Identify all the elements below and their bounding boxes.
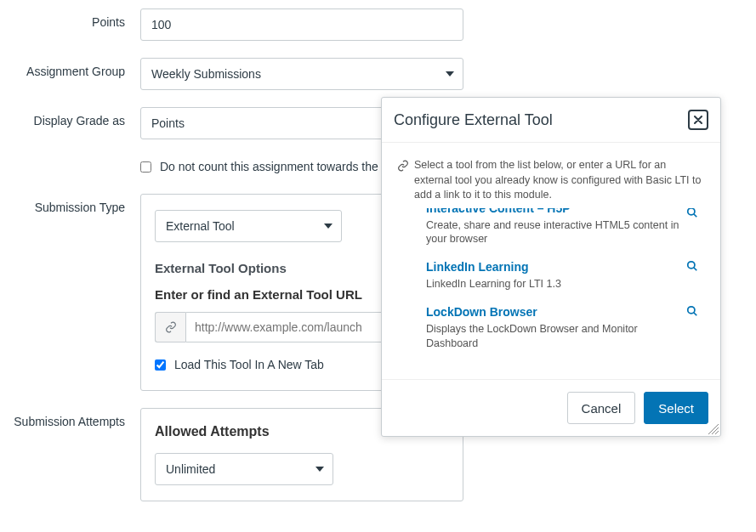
svg-point-2 <box>688 262 695 269</box>
tool-name: Interactive Content – H5P <box>426 208 685 215</box>
load-new-tab-checkbox[interactable] <box>155 359 166 371</box>
tool-name: LockDown Browser <box>426 305 685 319</box>
do-not-count-checkbox[interactable] <box>140 161 151 173</box>
tool-item[interactable]: Microsoft OneDrive Microsoft OneDrive LT… <box>397 358 705 363</box>
modal-intro: Select a tool from the list below, or en… <box>414 158 705 203</box>
submission-attempts-label: Submission Attempts <box>0 408 140 428</box>
link-icon <box>397 160 409 172</box>
close-icon[interactable] <box>688 110 708 130</box>
points-input[interactable] <box>140 8 463 41</box>
link-icon <box>155 312 185 342</box>
submission-type-select[interactable]: External Tool <box>155 210 342 242</box>
svg-line-5 <box>694 313 697 316</box>
configure-external-tool-modal: Configure External Tool Select a tool fr… <box>381 97 721 437</box>
tool-item[interactable]: Interactive Content – H5P Create, share … <box>397 208 705 254</box>
submission-type-label: Submission Type <box>0 194 140 214</box>
svg-point-4 <box>688 307 695 314</box>
tool-item[interactable]: LockDown Browser Displays the LockDown B… <box>397 298 705 358</box>
modal-title: Configure External Tool <box>394 111 553 129</box>
load-new-tab-label: Load This Tool In A New Tab <box>174 358 324 371</box>
tool-desc: LinkedIn Learning for LTI 1.3 <box>426 277 685 291</box>
allowed-attempts-select[interactable]: Unlimited <box>155 453 333 485</box>
assignment-group-select[interactable]: Weekly Submissions <box>140 58 463 90</box>
svg-line-1 <box>694 213 697 217</box>
tool-desc: Create, share and reuse interactive HTML… <box>426 218 685 247</box>
assignment-group-label: Assignment Group <box>0 58 140 78</box>
svg-point-0 <box>688 208 695 215</box>
search-icon[interactable] <box>686 260 698 274</box>
search-icon[interactable] <box>686 305 698 320</box>
svg-line-3 <box>694 268 697 271</box>
search-icon[interactable] <box>686 208 698 221</box>
tool-list[interactable]: Interactive Content – H5P Create, share … <box>397 208 705 363</box>
display-grade-label: Display Grade as <box>0 107 140 127</box>
cancel-button[interactable]: Cancel <box>567 392 636 424</box>
points-label: Points <box>0 8 140 29</box>
select-button[interactable]: Select <box>644 392 708 424</box>
resize-handle-icon <box>708 424 719 434</box>
tool-item[interactable]: LinkedIn Learning LinkedIn Learning for … <box>397 253 705 298</box>
tool-desc: Displays the LockDown Browser and Monito… <box>426 322 685 351</box>
tool-name: LinkedIn Learning <box>426 260 685 274</box>
